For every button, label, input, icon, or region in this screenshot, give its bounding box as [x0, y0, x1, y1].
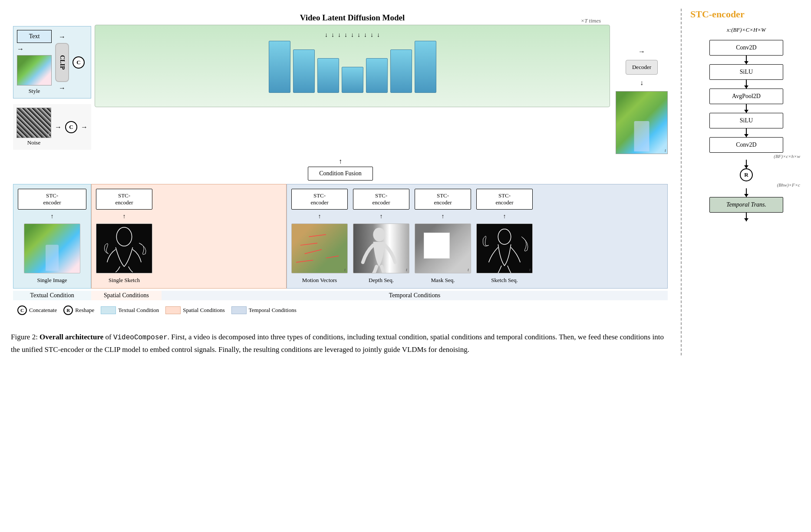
unet-block-2 — [293, 49, 315, 93]
decoder-output: → Decoder ↓ t — [616, 48, 668, 154]
noise-label: Noise — [27, 139, 40, 146]
concat-circle-1: C — [73, 56, 85, 69]
arrow-to-clip-1: → — [59, 33, 66, 41]
stc-encoder-title: STC-encoder — [690, 9, 802, 20]
concatenate-legend: C Concatenate — [17, 305, 57, 315]
stc-arrow-7 — [746, 213, 747, 221]
stc-temporal-trans: Temporal Trans. — [709, 197, 783, 213]
text-input-box: Text — [17, 30, 52, 43]
stc-arrow-5 — [746, 160, 747, 168]
stc-conv2d-1: Conv2D — [709, 40, 783, 56]
main-diagram: Text → Style — [9, 9, 672, 325]
arrow-to-decoder: → — [638, 48, 645, 56]
stc-flow: Conv2D SiLU AvgPool2D SiLU — [690, 40, 802, 221]
condition-type-labels: Textual Condition Spatial Conditions Tem… — [13, 291, 668, 300]
single-image-container — [24, 223, 80, 273]
motion-label: Motion Vectors — [302, 277, 337, 284]
unet-block-5 — [366, 58, 388, 93]
reshape-legend: R Reshape — [63, 305, 94, 315]
noise-group: t Noise → C → — [13, 104, 91, 150]
reshape-legend-icon: R — [63, 305, 73, 315]
single-sketch-image — [96, 223, 152, 273]
legend-section: C Concatenate R Reshape Textual Conditio… — [17, 305, 663, 315]
t-times-label: ×T times — [581, 17, 601, 24]
textual-condition-group: STC-encoder ↑ Single Image — [13, 184, 91, 289]
stc-silu-1: SiLU — [709, 64, 783, 80]
concat-circle-2: C — [65, 121, 77, 133]
stc-arrow-1 — [746, 56, 747, 64]
caption-text1: of — [105, 333, 113, 341]
unet-block-1 — [269, 41, 290, 93]
depth-image: t — [353, 223, 409, 273]
unet-block-4 — [342, 67, 363, 93]
architecture-bold: Overall architecture — [40, 333, 103, 341]
arrow-right-1: → — [17, 45, 24, 53]
svg-point-0 — [116, 227, 132, 246]
figure-label: Figure 2: — [11, 333, 38, 341]
arrow-right-noise: → — [55, 123, 62, 131]
motion-col: STC-encoder ↑ t — [291, 189, 348, 284]
stc-label-1: (BF)×c×h×w — [690, 154, 802, 159]
svg-point-2 — [498, 229, 511, 244]
single-image-label: Single Image — [37, 277, 67, 284]
sketch-seq-label: Sketch Seq. — [491, 277, 518, 284]
clip-box: CLIP — [55, 43, 69, 82]
arrow-down-decoder: ↓ — [640, 79, 643, 87]
svg-point-1 — [373, 228, 385, 241]
condition-fusion-box: Condition Fusion — [308, 167, 373, 181]
vldm-title: Video Latent Diffusion Model — [95, 13, 610, 23]
input-arrows: ↓ ↓ ↓ ↓ ↓ ↓ ↓ ↓ ↓ — [325, 32, 380, 39]
videocomposer-code: VideoComposer — [113, 334, 168, 342]
inputs-column: Text → Style — [13, 26, 91, 150]
stc-conv2d-2: Conv2D — [709, 137, 783, 153]
stc-reshape-circle: R — [740, 168, 753, 181]
conditions-section: STC-encoder ↑ Single Image — [13, 184, 668, 289]
stc-encoder-sketch: STC-encoder — [96, 189, 152, 210]
unet-blocks — [99, 41, 605, 93]
mask-image: t — [415, 223, 471, 273]
left-section: Text → Style — [9, 9, 672, 355]
stc-label-2: (Bhw)×F×c — [690, 182, 802, 187]
stc-arrow-2 — [746, 80, 747, 89]
main-container: Text → Style — [9, 9, 802, 355]
textual-legend: Textual Condition — [101, 306, 159, 314]
caption-section: Figure 2: Overall architecture of VideoC… — [9, 331, 672, 355]
output-image: t — [616, 91, 668, 154]
temporal-legend: Temporal Conditions — [231, 306, 297, 314]
stc-encoder-depth: STC-encoder — [353, 189, 409, 210]
unet-block-3 — [317, 58, 339, 93]
stc-arrow-6 — [746, 188, 747, 197]
stc-encoder-textual: STC-encoder — [18, 189, 86, 210]
fusion-section: ↑ Condition Fusion — [13, 158, 668, 182]
stc-encoder-mask: STC-encoder — [415, 189, 471, 210]
stc-arrow-4 — [746, 128, 747, 137]
motion-image: t — [291, 223, 348, 273]
unet-block-7 — [415, 41, 436, 93]
mask-label: Mask Seq. — [431, 277, 455, 284]
stc-silu-2: SiLU — [709, 113, 783, 128]
decoder-box: Decoder — [626, 60, 658, 75]
stc-input-label: x:(BF)×C×H×W — [690, 26, 802, 33]
spatial-legend: Spatial Conditions — [165, 306, 224, 314]
unet-block-6 — [390, 49, 412, 93]
stc-encoder-sketch-seq: STC-encoder — [476, 189, 533, 210]
stc-arrow-3 — [746, 104, 747, 113]
vldm-body: ×T times ↓ ↓ ↓ ↓ ↓ ↓ ↓ ↓ ↓ — [95, 25, 610, 107]
text-style-group: Text → Style — [13, 26, 91, 99]
temporal-conditions-group: STC-encoder ↑ t — [287, 184, 668, 289]
noise-image: t — [16, 108, 51, 138]
spatial-conditions-group: STC-encoder ↑ — [91, 184, 287, 289]
single-sketch-label: Single Sketch — [109, 277, 140, 284]
sketch-seq-col: STC-encoder ↑ — [476, 189, 533, 284]
arrow-to-clip-2: → — [59, 84, 66, 92]
style-image — [17, 55, 52, 85]
sketch-seq-image: t — [476, 223, 533, 273]
stc-avgpool: AvgPool2D — [709, 89, 783, 104]
right-section: STC-encoder x:(BF)×C×H×W Conv2D SiLU — [681, 9, 802, 355]
depth-col: STC-encoder ↑ — [353, 189, 409, 284]
concat-legend-icon: C — [17, 305, 27, 315]
arrow-right-noise2: → — [81, 123, 88, 131]
vldm-area: Video Latent Diffusion Model ×T times ↓ … — [95, 13, 610, 107]
depth-label: Depth Seq. — [369, 277, 394, 284]
stc-encoder-motion: STC-encoder — [291, 189, 348, 210]
